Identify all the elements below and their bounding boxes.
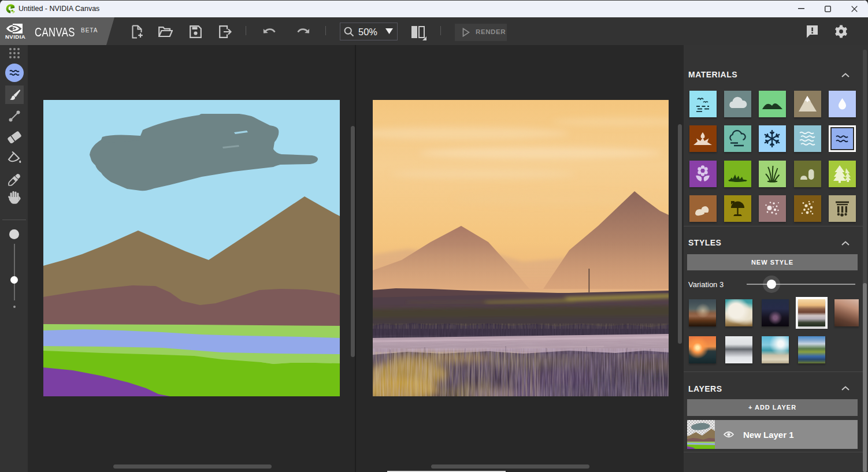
svg-text:NVIDIA.: NVIDIA. [5,34,26,39]
